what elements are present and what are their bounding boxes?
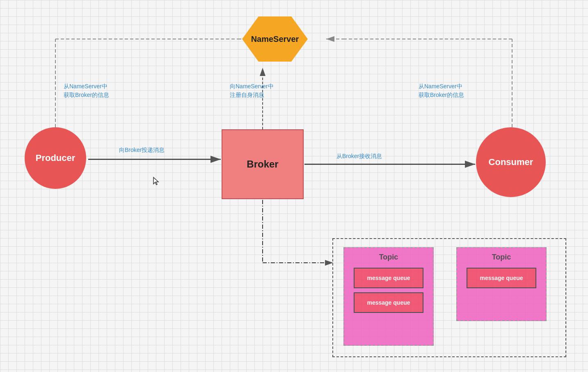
mq-label-2-1: message queue — [480, 275, 523, 281]
cursor — [153, 177, 161, 186]
annotation-broker-nameserver: 向NameServer中注册自身消息 — [230, 82, 274, 99]
message-queue-1-2: message queue — [354, 292, 423, 313]
annotation-broker-consumer: 从Broker接收消息 — [336, 152, 382, 161]
topic-1-label: Topic — [379, 253, 398, 262]
annotation-consumer-nameserver: 从NameServer中获取Broker的信息 — [419, 82, 464, 99]
broker-label: Broker — [247, 158, 278, 170]
broker-node: Broker — [222, 129, 304, 199]
mq-label-1-2: message queue — [367, 299, 410, 306]
consumer-node: Consumer — [476, 127, 546, 197]
annotation-producer-nameserver: 从NameServer中获取Broker的信息 — [64, 82, 109, 99]
topic-box-1: Topic message queue message queue — [343, 247, 434, 346]
nameserver-node: NameServer — [238, 12, 312, 66]
message-queue-2-1: message queue — [467, 268, 536, 288]
topics-container: Topic message queue message queue Topic … — [332, 238, 566, 357]
diagram-container: NameServer Producer Broker Consumer 从Nam… — [0, 0, 588, 372]
annotation-producer-broker: 向Broker投递消息 — [119, 146, 165, 154]
nameserver-label: NameServer — [251, 34, 299, 44]
message-queue-1-1: message queue — [354, 268, 423, 288]
topic-2-label: Topic — [492, 253, 511, 262]
nameserver-hexagon: NameServer — [242, 16, 308, 62]
topic-box-2: Topic message queue — [456, 247, 547, 321]
producer-node: Producer — [25, 127, 86, 189]
mq-label-1-1: message queue — [367, 275, 410, 281]
producer-label: Producer — [36, 153, 76, 163]
consumer-label: Consumer — [489, 157, 533, 168]
